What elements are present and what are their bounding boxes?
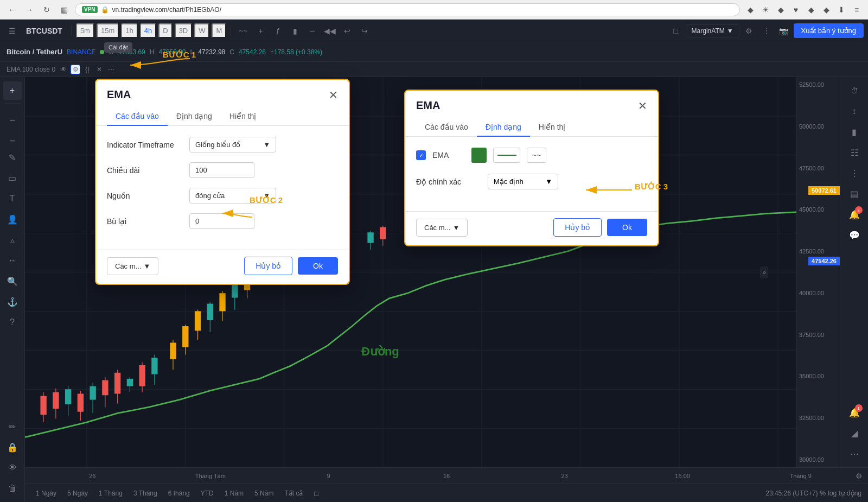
ema-dialog-2[interactable]: EMA ✕ Các đầu vào Định dạng Hiển thị ✓ E…	[404, 90, 659, 246]
tool-ruler[interactable]: ✏	[3, 417, 22, 436]
compare-btn[interactable]: ∽	[305, 23, 320, 39]
rs-grid[interactable]: ☷	[845, 143, 864, 162]
indicator-close[interactable]: ✕	[94, 65, 104, 74]
tool-lock[interactable]: 🔒	[3, 438, 22, 456]
tool-fibonacci[interactable]: ▵	[3, 231, 22, 249]
rs-tool1[interactable]: ⋮	[845, 164, 864, 182]
layout-btn[interactable]: ⋮	[759, 23, 774, 39]
replay-btn[interactable]: ◀◀	[322, 23, 337, 39]
tf-w[interactable]: W	[194, 23, 209, 38]
browser-forward[interactable]: →	[23, 3, 36, 16]
chieu-dai-input[interactable]	[189, 162, 254, 178]
redo-btn[interactable]: ↪	[357, 23, 372, 39]
tf-15m[interactable]: 15m	[97, 23, 119, 38]
browser-icon-4[interactable]: ♥	[790, 4, 802, 16]
ema-dialog-1[interactable]: EMA ✕ Các đầu vào Định dạng Hiển thị Ind…	[95, 79, 350, 285]
tool-measure[interactable]: ↔	[3, 251, 22, 270]
ema-line-style[interactable]	[493, 148, 520, 163]
browser-icon-7[interactable]: ⬇	[835, 4, 847, 16]
bu-lai-input[interactable]	[189, 213, 254, 229]
rs-chart-type[interactable]: ▤	[845, 185, 864, 203]
tool-magnet[interactable]: ⚓	[3, 293, 22, 311]
dialog-2-tab-format[interactable]: Định dạng	[477, 118, 530, 137]
browser-refresh[interactable]: ↻	[40, 3, 53, 16]
dialog-2-cancel-btn[interactable]: Hủy bỏ	[553, 218, 602, 237]
period-5ngay[interactable]: 5 Ngày	[63, 488, 92, 499]
tool-patterns[interactable]: 👤	[3, 210, 22, 228]
period-fullscreen[interactable]: ◻	[309, 488, 323, 499]
rs-more[interactable]: ⋯	[845, 444, 864, 463]
indicator-code[interactable]: {}	[82, 65, 92, 74]
rs-notification[interactable]: 🔔 3	[845, 205, 864, 224]
settings-btn[interactable]: ⚙	[742, 23, 757, 39]
period-3thang[interactable]: 3 Tháng	[129, 488, 162, 499]
browser-icon-1[interactable]: ◆	[744, 4, 756, 16]
nguon-select[interactable]: đóng cửa ▼	[189, 188, 276, 204]
tool-pitchfork[interactable]: ⎯	[3, 128, 22, 146]
double-chevron[interactable]: »	[760, 266, 768, 278]
period-5nam[interactable]: 5 Năm	[250, 488, 278, 499]
dialog-1-cancel-btn[interactable]: Hủy bỏ	[244, 257, 292, 275]
dialog-1-ok-btn[interactable]: Ok	[298, 257, 338, 275]
indicators-btn[interactable]: ~~	[235, 23, 251, 39]
dialog-1-tab-display[interactable]: Hiển thị	[221, 107, 265, 126]
rs-candle[interactable]: ▮	[845, 123, 864, 141]
tool-shapes[interactable]: ▭	[3, 169, 22, 187]
rs-chat[interactable]: 💬	[845, 226, 864, 244]
timeframe-select[interactable]: Giống biểu đồ ▼	[189, 137, 276, 152]
rs-notification2[interactable]: 🔔 1	[845, 403, 864, 422]
dialog-1-more-btn[interactable]: Các m... ▼	[107, 257, 158, 275]
period-1nam[interactable]: 1 Năm	[220, 488, 248, 499]
dialog-2-more-btn[interactable]: Các m... ▼	[416, 219, 468, 237]
margin-btn[interactable]: MarginATM ▼	[686, 24, 739, 37]
chart-type-btn[interactable]: ▮	[288, 23, 303, 39]
dialog-2-tab-display[interactable]: Hiển thị	[530, 118, 575, 137]
ema-color-swatch[interactable]	[471, 148, 487, 163]
url-bar[interactable]: VPN 🔒 vn.tradingview.com/chart/Ph1EGbAO/	[75, 3, 740, 16]
hamburger-menu[interactable]: ☰	[4, 23, 20, 39]
tool-trash[interactable]: 🗑	[3, 479, 22, 498]
ema-checkbox[interactable]: ✓	[416, 150, 426, 160]
browser-back[interactable]: ←	[5, 3, 18, 16]
dialog-2-close[interactable]: ✕	[638, 100, 647, 111]
tf-d[interactable]: D	[158, 23, 172, 38]
browser-icon-6[interactable]: ◆	[820, 4, 832, 16]
snapshot-btn[interactable]: 📷	[776, 23, 792, 39]
period-ytd[interactable]: YTD	[196, 488, 218, 499]
indicator-more[interactable]: ⋯	[106, 65, 116, 74]
tf-1h[interactable]: 1h	[121, 23, 137, 38]
rs-alert[interactable]: ⏱	[845, 81, 864, 100]
dialog-1-close[interactable]: ✕	[329, 90, 338, 100]
browser-icon-8[interactable]: ≡	[851, 4, 863, 16]
browser-icon-2[interactable]: ☀	[760, 4, 771, 16]
dialog-1-tab-format[interactable]: Định dạng	[168, 107, 221, 126]
tf-m[interactable]: M	[212, 23, 226, 38]
tf-5m[interactable]: 5m	[76, 23, 94, 38]
tool-help[interactable]: ?	[3, 313, 22, 332]
browser-icon-5[interactable]: ◆	[805, 4, 817, 16]
ema-wave-btn[interactable]: ~~	[527, 148, 546, 163]
tool-text[interactable]: T	[3, 189, 22, 208]
tf-3d[interactable]: 3D	[175, 23, 193, 38]
tool-trendline[interactable]: ⎯	[3, 107, 22, 125]
rs-price-scale[interactable]: ↕	[845, 102, 864, 120]
undo-btn[interactable]: ↩	[340, 23, 355, 39]
formula-btn[interactable]: ƒ	[270, 23, 285, 39]
rs-resize[interactable]: ◢	[845, 424, 864, 442]
tool-cursor[interactable]: +	[3, 81, 22, 100]
tool-zoom[interactable]: 🔍	[3, 272, 22, 290]
indicator-eye[interactable]: 👁	[59, 65, 68, 74]
publish-button[interactable]: Xuất bản ý tưởng	[794, 23, 864, 38]
tool-eye[interactable]: 👁	[3, 459, 22, 477]
browser-icon-3[interactable]: ◆	[775, 4, 787, 16]
tf-4h[interactable]: 4h	[140, 23, 156, 38]
time-settings-btn[interactable]: ⚙	[856, 472, 863, 480]
add-btn[interactable]: +	[253, 23, 268, 39]
tool-brush[interactable]: ✎	[3, 148, 22, 167]
period-6thang[interactable]: 6 tháng	[164, 488, 194, 499]
browser-tabs[interactable]: ▦	[58, 3, 71, 16]
accuracy-select[interactable]: Mặc định ▼	[488, 174, 558, 189]
indicator-settings[interactable]: ⚙	[71, 65, 80, 74]
fullscreen-btn[interactable]: □	[668, 23, 684, 39]
dialog-1-tab-inputs[interactable]: Các đầu vào	[107, 107, 168, 126]
